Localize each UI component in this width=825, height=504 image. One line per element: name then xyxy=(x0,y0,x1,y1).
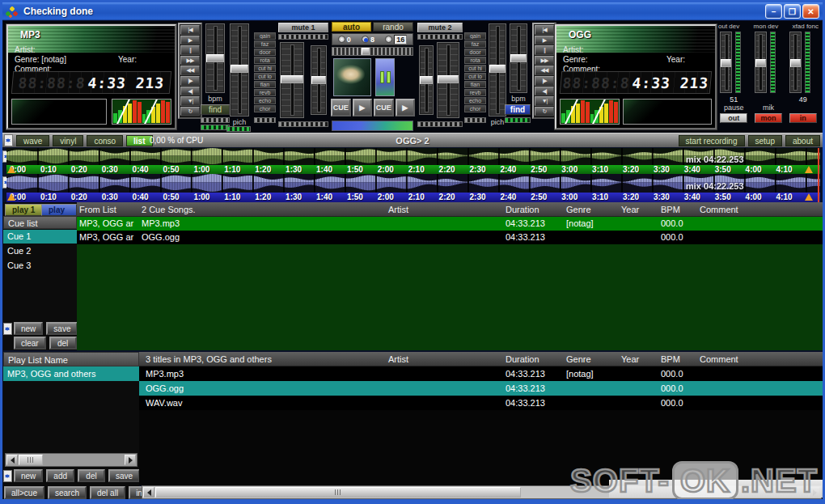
skip-end-button[interactable]: ▼| xyxy=(535,96,554,106)
column-header-artist[interactable]: Artist xyxy=(388,202,408,217)
fast-forward-button[interactable]: ▶▶ xyxy=(180,56,200,66)
scroll-left-icon[interactable] xyxy=(6,455,18,465)
playlist-save-button[interactable]: save xyxy=(108,469,140,482)
crossfader[interactable] xyxy=(332,47,413,56)
toolbar-setup-button[interactable]: setup xyxy=(748,135,782,146)
effect-revb-button[interactable]: revb xyxy=(464,89,486,96)
rando-button[interactable]: rando xyxy=(373,22,413,32)
effect-door-button[interactable]: door xyxy=(464,49,486,56)
aux-fader-right[interactable] xyxy=(419,45,434,115)
view-conso-button[interactable]: conso xyxy=(87,135,123,146)
effect-faz-button[interactable]: faz xyxy=(464,40,486,48)
pause-button[interactable]: || xyxy=(180,45,200,55)
effect-rota-button[interactable]: rota xyxy=(254,57,276,64)
scrollbar-thumb[interactable] xyxy=(19,455,43,465)
master-slider[interactable] xyxy=(789,32,802,93)
playlist-new-button[interactable]: new xyxy=(14,469,43,482)
titlebar[interactable]: Checking done –❐✕ xyxy=(2,2,823,20)
master-in-button[interactable]: in xyxy=(789,113,817,123)
playlist-item-mp3-ogg-and-others[interactable]: MP3, OGG and others xyxy=(3,366,139,381)
volume-fader-right[interactable] xyxy=(437,42,459,118)
bpm-slider-right[interactable] xyxy=(510,23,527,93)
play-button[interactable]: ▶ xyxy=(535,36,554,45)
cue-new-button[interactable]: new xyxy=(14,322,43,335)
column-header-comment[interactable]: Comment xyxy=(700,352,738,366)
column-header-bpm[interactable]: BPM xyxy=(661,202,680,217)
effect-cut-hi-button[interactable]: cut hi xyxy=(254,65,276,72)
cue-clear-button[interactable]: clear xyxy=(14,337,46,349)
column-header-duration[interactable]: Duration xyxy=(506,202,539,217)
view-vinyl-button[interactable]: vinyl xyxy=(53,135,83,146)
playlist-scrollbar[interactable] xyxy=(5,453,138,467)
effect-rota-button[interactable]: rota xyxy=(464,57,486,64)
drag-handle-icon[interactable] xyxy=(4,134,13,146)
rewind-button[interactable]: ◀◀ xyxy=(535,66,554,75)
play-a-button[interactable]: ▶ xyxy=(353,99,373,116)
master-mon-button[interactable]: mon xyxy=(755,113,782,123)
master-slider[interactable] xyxy=(755,32,767,93)
pitch-slider-left[interactable] xyxy=(230,23,249,116)
skip-start-button[interactable]: |◀ xyxy=(535,25,554,35)
step-back-button[interactable]: ◀| xyxy=(180,87,200,96)
table-row[interactable]: OGG.ogg04:33.213000.0 xyxy=(139,381,823,396)
effect-flan-button[interactable]: flan xyxy=(464,81,486,88)
scroll-left-icon[interactable] xyxy=(143,487,154,498)
loop-option-8[interactable]: 8 xyxy=(362,36,374,44)
column-header-duration[interactable]: Duration xyxy=(506,352,539,366)
column-header-year[interactable]: Year xyxy=(621,202,639,217)
playlist-all-cue-button[interactable]: all>cue xyxy=(4,486,44,499)
effect-flan-button[interactable]: flan xyxy=(254,81,276,88)
toolbar-about-button[interactable]: about xyxy=(785,135,820,146)
play-b-button[interactable]: ▶ xyxy=(396,99,416,116)
column-header-bpm[interactable]: BPM xyxy=(661,352,680,366)
column-header-genre[interactable]: Genre xyxy=(566,352,591,366)
effect-echo-button[interactable]: echo xyxy=(464,97,486,104)
pause-button[interactable]: || xyxy=(535,45,554,55)
timeline-ruler-left[interactable]: 0:000:100:200:300:400:501:001:101:201:30… xyxy=(6,165,820,174)
playlist-del-button[interactable]: del xyxy=(78,469,105,482)
pitch-slider-right[interactable] xyxy=(489,23,506,116)
timeline-ruler-right[interactable]: 0:000:100:200:300:400:501:001:101:201:30… xyxy=(6,193,820,202)
effect-gain-button[interactable]: gain xyxy=(254,32,276,40)
cue-item-cue-1[interactable]: Cue 1 xyxy=(3,230,77,244)
master-out-button[interactable]: out xyxy=(720,113,747,123)
step-forward-button[interactable]: |▶ xyxy=(535,76,554,86)
cue-item-cue-3[interactable]: Cue 3 xyxy=(3,259,77,273)
bpm-slider-left[interactable] xyxy=(205,23,225,93)
scrollbar-thumb[interactable] xyxy=(155,487,521,498)
crossfader-thumb[interactable] xyxy=(362,48,370,55)
step-back-button[interactable]: ◀| xyxy=(535,87,554,96)
effect-revb-button[interactable]: revb xyxy=(254,89,276,96)
step-forward-button[interactable]: |▶ xyxy=(180,76,200,86)
loop-option-0[interactable]: 0 xyxy=(338,36,351,44)
table-row[interactable]: MP3, OGG arMP3.mp304:33.213[notag]000.0 xyxy=(77,217,823,231)
aux-fader-left[interactable] xyxy=(311,45,327,115)
drag-handle-icon[interactable] xyxy=(3,470,12,482)
effect-door-button[interactable]: door xyxy=(254,49,276,56)
skip-start-button[interactable]: |◀ xyxy=(180,25,200,35)
auto-button[interactable]: auto xyxy=(332,22,371,32)
effect-echo-button[interactable]: echo xyxy=(254,97,276,104)
column-header-artist[interactable]: Artist xyxy=(388,352,408,366)
table-row[interactable]: WAV.wav04:33.213000.0 xyxy=(139,396,823,410)
view-list-button[interactable]: list xyxy=(126,135,152,146)
maximize-button[interactable]: ❐ xyxy=(784,4,801,19)
playlist-del-all-button[interactable]: del all xyxy=(90,486,125,499)
mute-2-button[interactable]: mute 2 xyxy=(417,23,463,32)
minimize-button[interactable]: – xyxy=(765,4,782,19)
find-button-left[interactable]: find xyxy=(201,104,230,115)
volume-fader-left[interactable] xyxy=(280,42,304,118)
effect-cut-lo-button[interactable]: cut lo xyxy=(464,73,486,80)
loop-button[interactable]: ↻ xyxy=(535,107,554,116)
column-header-3-titles-in-mp3-ogg-and-others[interactable]: 3 titles in MP3, OGG and others xyxy=(146,352,272,366)
effect-gain-button[interactable]: gain xyxy=(464,32,486,40)
effect-faz-button[interactable]: faz xyxy=(254,40,276,48)
close-button[interactable]: ✕ xyxy=(802,4,819,19)
loop-option-16[interactable]: 16 xyxy=(385,35,407,44)
effect-cut-lo-button[interactable]: cut lo xyxy=(254,73,276,80)
master-slider[interactable] xyxy=(720,32,732,93)
find-button-right[interactable]: find xyxy=(505,104,531,115)
skip-end-button[interactable]: ▼| xyxy=(180,96,200,106)
drag-handle-icon[interactable] xyxy=(3,323,12,335)
column-header-2-cue-songs[interactable]: 2 Cue Songs. xyxy=(142,202,196,217)
